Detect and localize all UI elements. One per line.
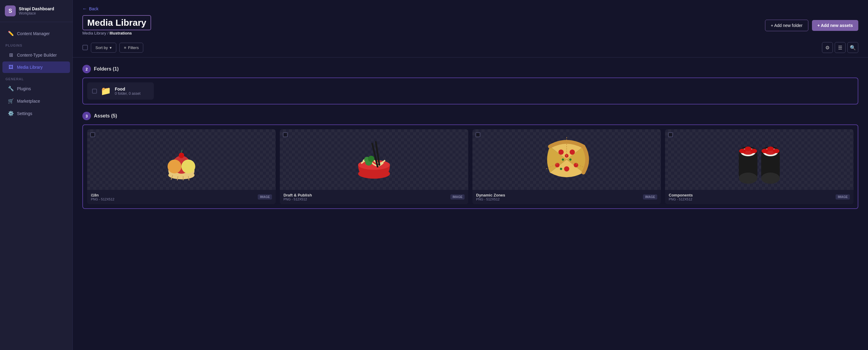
asset-card-2[interactable]: Dynamic Zones PNG - 512X512 IMAGE [472,129,661,204]
content-area: 2 Folders (1) 📁 Food 0 folder, 0 asset 3… [73,58,868,350]
asset-name-1: Draft & Publish [283,193,312,197]
asset-meta-3: PNG - 512X512 [669,197,693,201]
general-section-label: GENERAL [0,73,72,82]
svg-point-22 [555,163,560,167]
folder-name: Food [115,87,141,91]
breadcrumb-root: Media Library [82,31,106,35]
asset-meta-2: PNG - 512X512 [476,197,505,201]
logo-text: Strapi Dashboard Workplace [19,6,54,15]
search-button[interactable]: 🔍 [847,42,858,53]
sidebar-item-label: Media Library [17,65,43,70]
asset-checkbox-1[interactable] [283,132,288,137]
svg-point-45 [767,147,774,151]
asset-info-1: Draft & Publish PNG - 512X512 [283,193,312,201]
svg-point-46 [773,149,779,153]
asset-checkbox-wrap-1 [283,132,288,137]
breadcrumb-separator: / [107,31,109,35]
app-subtitle: Workplace [19,11,54,15]
assets-badge: 3 [82,112,91,120]
asset-card-1[interactable]: Draft & Publish PNG - 512X512 IMAGE [280,129,468,204]
list-view-button[interactable]: ☰ [835,42,845,53]
asset-checkbox-3[interactable] [668,132,673,137]
asset-checkbox-2[interactable] [475,132,480,137]
back-arrow-icon: ← [82,6,87,11]
asset-checkbox-wrap-3 [668,132,673,137]
svg-point-19 [558,150,564,155]
title-breadcrumb-group: Media Library Media Library / Illustrati… [82,15,151,35]
asset-image-2 [472,129,661,190]
asset-meta-0: PNG - 512X512 [91,197,115,201]
asset-checkbox[interactable] [90,132,95,137]
builder-icon: ⊞ [8,52,14,58]
asset-info-0: i18n PNG - 512X512 [91,193,115,201]
folders-badge: 2 [82,65,91,73]
asset-type-3: IMAGE [836,194,850,199]
svg-point-21 [564,166,569,171]
filters-button[interactable]: ≡ Filters [119,43,143,53]
asset-info-3: Components PNG - 512X512 [669,193,693,201]
svg-point-44 [762,149,768,153]
app-logo: S Strapi Dashboard Workplace [0,0,72,22]
asset-name-2: Dynamic Zones [476,193,505,197]
asset-type-1: IMAGE [451,194,465,199]
select-all-checkbox[interactable] [82,45,88,50]
back-link[interactable]: ← Back [82,6,858,11]
page-title-box: Media Library [82,15,151,30]
breadcrumb-current: Illustrations [110,31,132,35]
settings-view-button[interactable]: ⚙ [822,42,833,53]
media-icon: 🖼 [8,64,14,70]
assets-grid: i18n PNG - 512X512 IMAGE [87,129,854,204]
asset-name-0: i18n [91,193,115,197]
plugins-section-label: PLUGINS [0,40,72,49]
pizza-illustration [542,135,591,184]
sort-by-button[interactable]: Sort by ▾ [91,43,116,53]
assets-section-title: Assets (5) [94,113,117,119]
sidebar-item-media-library[interactable]: 🖼 Media Library [2,61,70,73]
sidebar-item-label: Plugins [17,86,31,91]
noodles-illustration [353,135,395,184]
svg-point-6 [167,160,181,173]
svg-point-23 [574,163,578,167]
folder-grid: 📁 Food 0 folder, 0 asset [87,82,854,100]
sidebar-item-label: Content-Type Builder [17,53,57,58]
folder-info: Food 0 folder, 0 asset [115,87,141,96]
sidebar-item-settings[interactable]: ⚙️ Settings [2,107,70,119]
asset-card-3[interactable]: Components PNG - 512X512 IMAGE [665,129,854,204]
svg-point-36 [739,149,746,153]
svg-point-37 [745,147,751,151]
sidebar-item-content-manager[interactable]: ✏️ Content Manager [2,28,70,39]
folder-item[interactable]: 📁 Food 0 folder, 0 asset [87,82,154,100]
asset-card-0[interactable]: i18n PNG - 512X512 IMAGE [87,129,276,204]
asset-image-0 [87,129,276,190]
plugins-icon: 🔧 [8,86,14,91]
sushi-illustration [735,135,783,184]
svg-point-14 [368,156,374,162]
folder-checkbox[interactable] [92,89,97,94]
header-actions: + Add new folder + Add new assets [765,20,858,31]
asset-image-1 [280,129,468,190]
folders-section-header: 2 Folders (1) [82,65,858,73]
sidebar-item-label: Settings [17,111,32,116]
add-assets-button[interactable]: + Add new assets [812,20,858,31]
page-header: ← Back Media Library Media Library / Ill… [73,0,868,38]
asset-type-0: IMAGE [258,194,272,199]
svg-point-41 [761,172,780,184]
svg-point-7 [181,160,195,173]
asset-footer-3: Components PNG - 512X512 IMAGE [665,190,854,204]
svg-point-8 [179,153,184,158]
filters-label: Filters [128,45,139,50]
asset-name-3: Components [669,193,693,197]
settings-icon: ⚙️ [8,110,14,116]
sidebar-item-plugins[interactable]: 🔧 Plugins [2,83,70,94]
toolbar-right: ⚙ ☰ 🔍 [822,42,858,53]
sidebar-item-marketplace[interactable]: 🛒 Marketplace [2,95,70,107]
logo-icon: S [5,5,16,17]
add-folder-button[interactable]: + Add new folder [765,20,808,31]
main-content: ← Back Media Library Media Library / Ill… [73,0,868,350]
marketplace-icon: 🛒 [8,98,14,104]
asset-footer-0: i18n PNG - 512X512 IMAGE [87,190,276,204]
sidebar-item-content-type-builder[interactable]: ⊞ Content-Type Builder [2,49,70,61]
ice-cream-illustration [160,135,203,184]
asset-checkbox-wrap [90,132,95,137]
svg-point-20 [570,150,575,155]
